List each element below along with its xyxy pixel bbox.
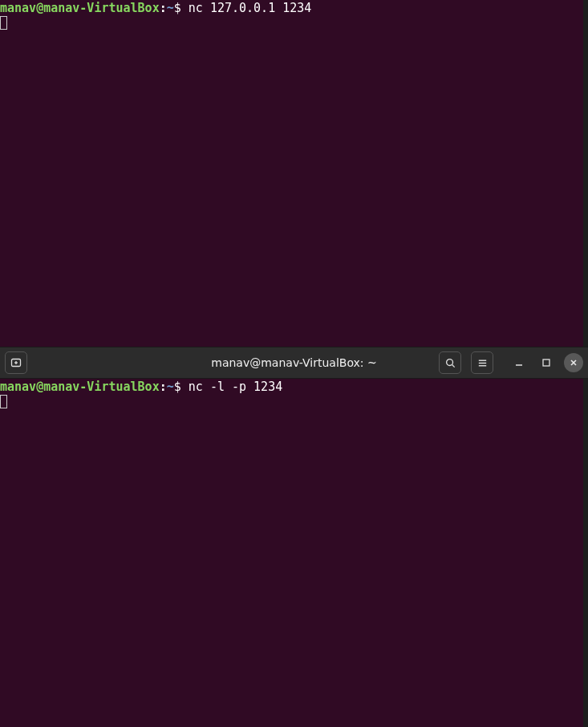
- cursor-line: [0, 15, 583, 30]
- minimize-button[interactable]: [509, 357, 529, 368]
- menu-button[interactable]: [471, 351, 493, 374]
- titlebar-left-group: [5, 351, 27, 374]
- prompt-separator: :: [160, 1, 167, 15]
- menu-icon: [476, 357, 489, 369]
- cursor-icon: [0, 395, 7, 408]
- new-tab-icon: [10, 356, 22, 369]
- close-button[interactable]: [564, 353, 583, 372]
- prompt-user-host: manav@manav-VirtualBox: [0, 1, 160, 15]
- prompt-line: manav@manav-VirtualBox:~$ nc 127.0.0.1 1…: [0, 0, 583, 15]
- new-tab-button[interactable]: [5, 351, 27, 374]
- prompt-path: ~: [167, 380, 174, 394]
- prompt-symbol: $: [174, 380, 181, 394]
- prompt-symbol: $: [174, 1, 181, 15]
- cursor-line: [0, 394, 583, 408]
- search-icon: [444, 357, 456, 369]
- maximize-button[interactable]: [537, 358, 556, 368]
- terminal-pane-bottom[interactable]: manav@manav-VirtualBox:~$ nc -l -p 1234: [0, 379, 588, 727]
- cursor-icon: [0, 16, 7, 30]
- prompt-user-host: manav@manav-VirtualBox: [0, 380, 160, 394]
- search-button[interactable]: [439, 351, 461, 374]
- close-icon: [569, 358, 578, 368]
- minimize-icon: [513, 357, 525, 368]
- command-text: nc 127.0.0.1 1234: [181, 1, 312, 15]
- svg-rect-9: [543, 359, 549, 366]
- svg-point-3: [446, 359, 452, 365]
- prompt-path: ~: [167, 1, 174, 15]
- prompt-separator: :: [160, 380, 167, 394]
- terminal-pane-top[interactable]: manav@manav-VirtualBox:~$ nc 127.0.0.1 1…: [0, 0, 588, 347]
- svg-line-4: [452, 364, 454, 367]
- window-titlebar: manav@manav-VirtualBox: ~: [0, 347, 588, 379]
- titlebar-right-group: [439, 351, 583, 374]
- command-text: nc -l -p 1234: [181, 380, 282, 394]
- prompt-line: manav@manav-VirtualBox:~$ nc -l -p 1234: [0, 379, 583, 394]
- maximize-icon: [541, 358, 551, 368]
